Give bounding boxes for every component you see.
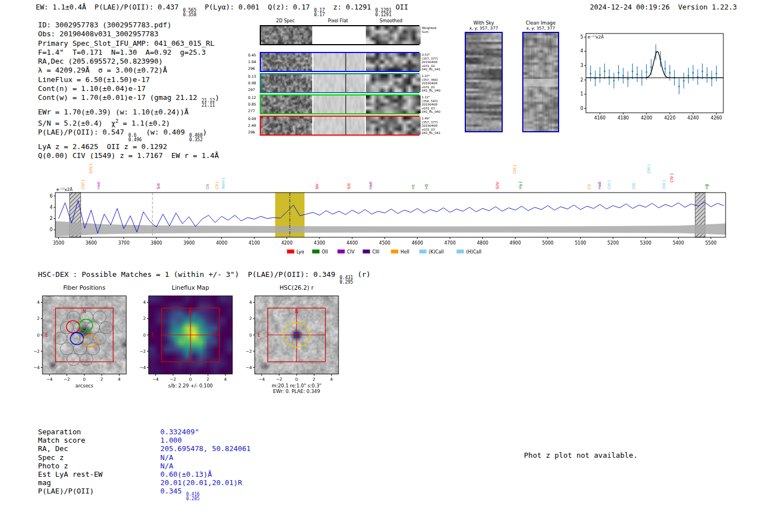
withsky-image: [466, 33, 502, 131]
line-fit-plot-wrap: 416041804200422042404260012345e⁻¹⁷x2Å: [575, 28, 737, 131]
y-axis-units-label: e⁻¹⁷x2Å: [56, 187, 73, 192]
match-label: RA, Dec: [38, 444, 160, 453]
y-tick-label: 4: [249, 300, 252, 305]
emission-line-label: OIII (: [647, 164, 651, 174]
y-tick-label: 0: [37, 333, 40, 338]
row-info-line: 1.07": [422, 74, 449, 78]
data-point: [678, 85, 680, 87]
match-row: Photo zN/A: [38, 462, 251, 470]
row-info-line: (357, 377): [422, 57, 449, 61]
emission-line-label: OIII (: [662, 180, 666, 189]
data-point: [636, 73, 638, 75]
fiber-positions-cutout: Fiber Positions−4−4−2−2002244NEarcsecs: [27, 282, 145, 397]
text-segment: N/A: [160, 453, 173, 462]
y-tick-label: 2: [50, 216, 53, 221]
emission-line-label: SiII: [347, 183, 351, 189]
smoothed-image: [366, 53, 421, 71]
x-tick-label: 5500: [705, 241, 717, 246]
y-tick-label: 5: [580, 35, 583, 40]
row-info-line: 20190408: [422, 60, 449, 64]
row-scale-value: 277: [248, 109, 260, 113]
stacked-fraction: 0.12910.1291: [375, 8, 392, 17]
fiber-circle: [87, 322, 99, 334]
x-tick-label: 3800: [151, 241, 162, 246]
data-point: [650, 66, 652, 68]
match-value: N/A: [160, 462, 173, 470]
row-info-line: v031_01: [422, 85, 449, 89]
x-tick-label: 4: [224, 377, 227, 382]
data-point: [702, 70, 703, 72]
text-segment: EWr = 1.70(±0.39) (w: 1.10(±0.24))Å: [38, 108, 189, 116]
legend-label: Lyα: [297, 250, 304, 255]
emission-line-label: Hγ (: [518, 181, 523, 189]
text-segment: 0.60(±0.13)Å: [160, 470, 212, 478]
withsky-panel: With Sky x, y: 357, 377: [462, 20, 505, 133]
x-tick-label: 4: [118, 377, 121, 382]
x-tick-label: 4240: [688, 116, 699, 121]
match-label: P(LAE)/P(OII): [38, 487, 160, 501]
x-tick-label: 5000: [542, 241, 554, 246]
x-tick-label: 4800: [477, 241, 488, 246]
row-scale-value: 0.09: [248, 117, 260, 121]
fraction-bottom: 0.358: [183, 13, 196, 17]
stacked-fraction: 0.5650.358: [183, 8, 196, 17]
line-fit-plot: 416041804200422042404260012345e⁻¹⁷x2Å: [575, 28, 737, 128]
hsc-r-axes: HSC(26.2) r−4−4−2−2002244NEm:20.1 re:1.0…: [239, 282, 357, 397]
row-fiber-info: WeightedSum: [422, 26, 449, 33]
fraction-bottom: 0.352: [189, 138, 203, 142]
info-line: Obs: 20190408v031_3002957783: [38, 30, 220, 39]
y-axis-units-label: e⁻¹⁷x2Å: [588, 35, 604, 40]
info-line: Primary Spec_Slot_IFU_AMP: 041_063_015_R…: [38, 39, 220, 48]
y-tick-label: 2: [37, 316, 40, 321]
legend-label: CIV: [347, 250, 355, 255]
sb-caption: s/b: 2.29 +/- 0.100: [168, 383, 213, 389]
emission-line-label: NV: [315, 184, 320, 189]
text-segment: 1.000: [160, 436, 182, 444]
data-point: [604, 70, 605, 72]
row-info-line: 20190408: [422, 103, 449, 107]
smoothed-image: [366, 95, 421, 113]
pixelflat-image: [313, 53, 365, 71]
x-tick-label: 4300: [314, 241, 325, 246]
compass-east: E: [258, 333, 260, 338]
text-segment: P(Lyα): 0.001 Q(z): 0.17: [197, 3, 314, 11]
text-segment: LineFlux = 6.50(±1.50)e-17: [38, 75, 150, 84]
data-point: [632, 70, 633, 72]
legend-swatch: [287, 250, 294, 253]
stacked-fraction: 0.4160.285: [186, 492, 199, 501]
match-row: mag20.01(20.01,20.01)R: [38, 478, 251, 487]
text-segment: λ = 4209.29Å σ = 3.00(±0.72)Å: [38, 66, 167, 74]
y-tick-label: 2: [143, 316, 146, 321]
fiber-circle: [93, 332, 106, 344]
lineflux-map-axes: Lineflux Map−4−4−2−2002244NEs/b: 2.29 +/…: [133, 282, 251, 397]
text-segment: F=1.4" T=0.171 N=1.30 A=0.92 g=25.3: [38, 48, 206, 56]
stacked-fraction: 0.60.496: [128, 133, 142, 142]
detection-info-block: ID: 3002957783 (3002957783.pdf)Obs: 2019…: [38, 21, 220, 160]
x-tick-label: −4: [259, 377, 265, 382]
info-line: S/N = 5.2(±0.4) χ2 = 1.1(±0.2): [38, 117, 220, 128]
text-segment: ): [203, 128, 207, 136]
text-segment: Cont(w) = 1.70(±0.01)e-17 (gmag 21.12: [38, 93, 202, 102]
x-tick-label: 4160: [594, 116, 605, 121]
legend-label: (H)CaII: [466, 250, 481, 255]
x-tick-label: 5200: [607, 241, 618, 246]
compass-east: E: [45, 333, 48, 338]
emission-line-label: CIV (: [670, 173, 674, 183]
y-tick-label: 2: [580, 78, 583, 83]
spec2d-panel: 2D Spec Pixel Flat Smoothed WeightedSum0…: [247, 17, 449, 143]
x-tick-label: 4200: [281, 241, 292, 246]
spec2d-row: WeightedSum: [260, 25, 419, 45]
withsky-title: With Sky: [462, 20, 505, 26]
spec2d-row: 0.092.492961.49"(357, 377)20190408v031_0…: [260, 116, 419, 136]
y-tick-label: 4: [580, 49, 583, 54]
data-point: [688, 75, 689, 76]
emission-line-label: CII (: [215, 181, 220, 189]
x-tick-label: 4180: [618, 116, 629, 121]
text-segment: 205.695478, 50.824061: [160, 444, 251, 453]
match-value: 0.332409": [160, 428, 199, 436]
emission-line-label: Hβ: [705, 184, 709, 189]
y-tick-label: −2: [34, 349, 40, 354]
legend-label: HeII: [400, 250, 409, 255]
y-tick-label: 4: [143, 300, 146, 305]
row-fiber-info: 1.49"(357, 377)20190408v031_03041_RL_041: [422, 117, 449, 135]
